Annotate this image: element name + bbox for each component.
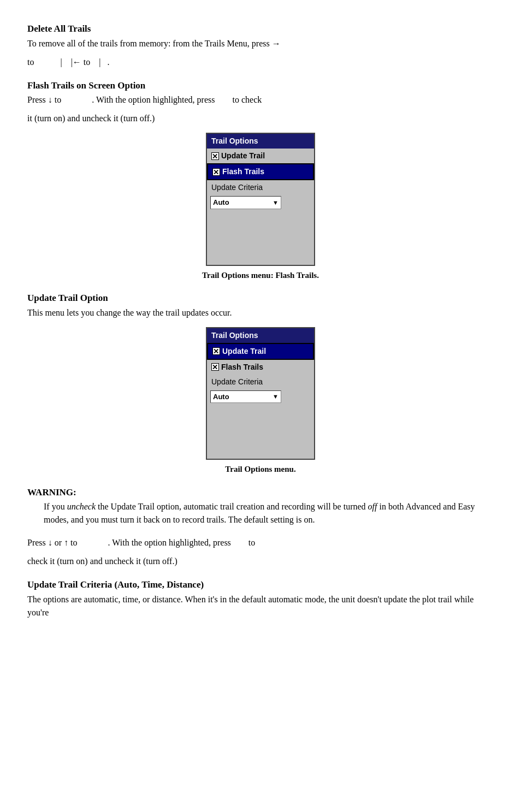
trail-menu-1-item-update-trail[interactable]: Update Trail [207, 149, 314, 163]
off-italic: off [368, 502, 377, 511]
trail-menu-1-caption: Trail Options menu: Flash Trails. [202, 269, 319, 282]
trail-menu-1-item-flash-trails[interactable]: Flash Trails [207, 163, 314, 180]
update-trail-checkbox-1[interactable] [211, 152, 219, 160]
update-trail-menu-container: Trail Options Update Trail Flash Trails … [27, 327, 494, 476]
auto-select-1[interactable]: Auto ▼ [210, 196, 281, 209]
warning-body: If you uncheck the Update Trail option, … [44, 500, 494, 526]
update-trail-label-1: Update Trail [221, 150, 265, 162]
trail-menu-1-auto: Auto ▼ [207, 195, 314, 210]
flash-trails-menu-container: Trail Options Update Trail Flash Trails … [27, 133, 494, 281]
update-trail-section: Update Trail Option This menu lets you c… [27, 291, 494, 476]
press-para1: Press ↓ or ↑ to . With the option highli… [27, 536, 494, 549]
flash-trails-para1: Press ↓ to . With the option highlighted… [27, 93, 494, 106]
warning-text: If you uncheck the Update Trail option, … [44, 500, 494, 526]
uncheck-italic: uncheck [67, 502, 96, 511]
trail-menu-2: Trail Options Update Trail Flash Trails … [206, 327, 315, 460]
trail-menu-2-item-flash-trails[interactable]: Flash Trails [207, 360, 314, 375]
update-criteria-heading: Update Trail Criteria (Auto, Time, Dista… [27, 578, 494, 592]
trail-menu-1-criteria: Update Criteria [207, 180, 314, 195]
auto-value-2: Auto [213, 392, 229, 402]
criteria-label-1: Update Criteria [211, 182, 263, 193]
update-criteria-section: Update Trail Criteria (Auto, Time, Dista… [27, 578, 494, 619]
flash-trails-label-2: Flash Trails [221, 361, 263, 373]
trail-menu-1-title: Trail Options [207, 134, 314, 149]
delete-all-trails-section: Delete All Trails To remove all of the t… [27, 22, 494, 69]
warning-heading: WARNING: [27, 485, 494, 500]
trail-menu-2-caption: Trail Options menu. [225, 463, 295, 476]
warning-section: WARNING: If you uncheck the Update Trail… [27, 485, 494, 527]
update-criteria-para1: The options are automatic, time, or dist… [27, 593, 494, 619]
flash-trails-heading: Flash Trails on Screen Option [27, 79, 494, 93]
press-section: Press ↓ or ↑ to . With the option highli… [27, 536, 494, 568]
press-para2: check it (turn on) and uncheck it (turn … [27, 555, 494, 568]
trail-menu-2-auto: Auto ▼ [207, 389, 314, 405]
criteria-label-2: Update Criteria [211, 376, 263, 388]
delete-trails-para1: To remove all of the trails from memory:… [27, 37, 494, 50]
flash-trails-label-1: Flash Trails [222, 166, 264, 177]
flash-trails-section: Flash Trails on Screen Option Press ↓ to… [27, 79, 494, 282]
flash-trails-para2: it (turn on) and uncheck it (turn off.) [27, 112, 494, 125]
trail-menu-2-body [207, 404, 314, 459]
update-trail-para1: This menu lets you change the way the tr… [27, 306, 494, 319]
update-trail-label-2: Update Trail [222, 346, 266, 357]
update-trail-checkbox-2[interactable] [212, 347, 220, 355]
delete-all-trails-heading: Delete All Trails [27, 22, 494, 36]
trail-menu-2-criteria: Update Criteria [207, 375, 314, 389]
auto-arrow-2: ▼ [273, 392, 279, 401]
trail-menu-2-item-update-trail[interactable]: Update Trail [207, 343, 314, 360]
delete-trails-para2: to | |← to | . [27, 56, 494, 69]
update-trail-heading: Update Trail Option [27, 291, 494, 305]
auto-select-2[interactable]: Auto ▼ [210, 390, 281, 404]
trail-menu-1-body [207, 210, 314, 265]
auto-value-1: Auto [213, 197, 229, 208]
flash-trails-checkbox-2[interactable] [211, 363, 219, 371]
auto-arrow-1: ▼ [273, 198, 279, 208]
trail-menu-1: Trail Options Update Trail Flash Trails … [206, 133, 315, 266]
trail-menu-2-title: Trail Options [207, 328, 314, 343]
flash-trails-checkbox-1[interactable] [212, 168, 220, 176]
